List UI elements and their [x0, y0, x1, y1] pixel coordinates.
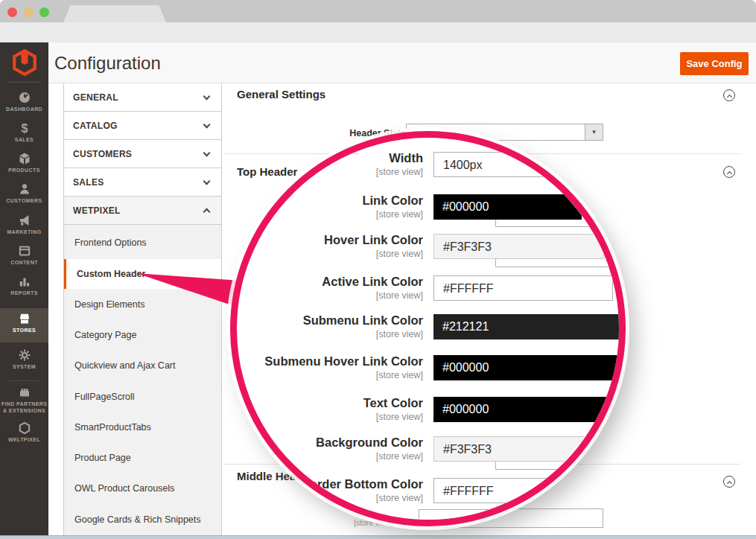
- save-config-button[interactable]: Save Config: [680, 52, 749, 75]
- sidebar-item-customers[interactable]: CUSTOMERS: [0, 182, 48, 214]
- content-icon: [18, 244, 31, 258]
- subnav-item-label: Quickview and Ajax Cart: [74, 360, 175, 371]
- magnified-field-input[interactable]: #FFFFFF: [433, 478, 606, 503]
- subnav-item-fullpagescroll[interactable]: FullPageScroll: [64, 382, 221, 412]
- collapse-icon-general-settings[interactable]: [723, 89, 735, 101]
- subnav-item-product-page[interactable]: Product Page: [64, 443, 221, 473]
- field-label: Link Color: [237, 193, 423, 208]
- sidebar-item-partners[interactable]: FIND PARTNERS & EXTENSIONS: [0, 386, 48, 417]
- subnav-item-label: OWL Product Carousels: [74, 483, 174, 494]
- field-label: Submenu Link Color: [237, 313, 423, 328]
- sidebar-item-label: DASHBOARD: [0, 106, 48, 113]
- sidebar-item-label: SALES: [0, 137, 48, 144]
- section-title-top-header: Top Header: [237, 165, 297, 178]
- magnified-field-input[interactable]: 1400px: [433, 152, 561, 177]
- subnav-item-owl-product-carousels[interactable]: OWL Product Carousels: [64, 473, 221, 503]
- sidebar-item-reports[interactable]: REPORTS: [0, 275, 48, 306]
- magnified-field-label: Submenu Hover Link Color[store view]: [237, 354, 423, 380]
- magnified-field-label: Link Color[store view]: [237, 193, 423, 220]
- magnified-field-input[interactable]: #000000: [433, 355, 622, 380]
- field-scope: [store view]: [237, 249, 423, 259]
- subnav-item-frontend-options[interactable]: Frontend Options: [64, 228, 221, 258]
- subnav-item-label: Google Cards & Rich Snippets: [74, 514, 201, 525]
- collapse-icon-middle-header[interactable]: [723, 476, 735, 488]
- browser-tab[interactable]: [63, 5, 166, 22]
- chevron-down-icon: [203, 150, 211, 157]
- sidebar-item-dashboard[interactable]: DASHBOARD: [0, 91, 48, 122]
- sidebar-divider: [9, 380, 39, 381]
- sidebar-item-label: CONTENT: [0, 260, 48, 267]
- magento-logo[interactable]: [0, 46, 48, 79]
- sidebar-item-label: STORES: [0, 328, 48, 334]
- subnav-item-label: FullPageScroll: [74, 392, 135, 402]
- subnav-item-label: SmartProductTabs: [74, 422, 151, 433]
- sidebar-item-label: WELTPIXEL: [0, 437, 48, 444]
- sidebar-item-stores[interactable]: STORES: [0, 308, 48, 342]
- field-label: Background Color: [237, 435, 423, 450]
- field-label: Active Link Color: [237, 274, 423, 290]
- svg-text:$: $: [21, 122, 28, 135]
- magnified-field-input[interactable]: #F3F3F3: [433, 234, 604, 259]
- customers-icon: [18, 182, 31, 196]
- sidebar-item-label: REPORTS: [0, 290, 48, 297]
- config-section-wetpixel[interactable]: WETPIXEL: [64, 197, 221, 225]
- minimize-window-button[interactable]: [24, 7, 34, 17]
- magnified-field-input[interactable]: #F3F3F3: [433, 436, 612, 462]
- weltpixel-icon: [18, 421, 31, 435]
- section-title-general-settings: General Settings: [237, 88, 325, 101]
- field-label: Submenu Hover Link Color: [237, 354, 423, 369]
- config-section-label: WETPIXEL: [73, 205, 121, 216]
- sidebar-divider: [7, 82, 41, 83]
- field-scope: [store view]: [237, 209, 423, 220]
- chevron-down-icon: [203, 93, 211, 101]
- chevron-down-icon: [203, 121, 211, 129]
- sidebar-item-weltpixel[interactable]: WELTPIXEL: [0, 421, 48, 453]
- sales-icon: $: [18, 121, 31, 135]
- magnified-field-label: Submenu Link Color[store view]: [237, 313, 423, 339]
- magnified-field-input[interactable]: #000000: [433, 194, 582, 220]
- field-label: Hover Link Color: [237, 232, 423, 248]
- collapse-icon-top-header[interactable]: [723, 166, 735, 178]
- browser-window: DASHBOARD$SALESPRODUCTSCUSTOMERSMARKETIN…: [0, 0, 756, 539]
- sidebar-item-content[interactable]: CONTENT: [0, 244, 48, 275]
- subnav-item-label: Frontend Options: [74, 237, 147, 248]
- config-section-customers[interactable]: CUSTOMERS: [64, 140, 221, 168]
- bottom-field-scope: [store view]: [244, 518, 393, 527]
- sidebar-item-system[interactable]: SYSTEM: [0, 348, 48, 380]
- field-label: Text Color: [237, 395, 423, 411]
- field-scope: [store view]: [237, 412, 423, 422]
- subnav-item-category-page[interactable]: Category Page: [64, 320, 221, 350]
- chevron-down-icon: [203, 178, 211, 185]
- magnified-field-input[interactable]: #212121: [433, 314, 622, 339]
- browser-toolbar: [0, 22, 756, 42]
- config-section-label: CUSTOMERS: [73, 149, 132, 159]
- system-icon: [18, 348, 31, 362]
- subnav-item-smartproducttabs[interactable]: SmartProductTabs: [64, 412, 221, 442]
- config-section-sales[interactable]: SALES: [64, 168, 221, 197]
- dashboard-icon: [18, 91, 31, 104]
- window-bottom-edge: [0, 535, 756, 539]
- chevron-up-icon: [203, 208, 211, 216]
- field-scope: [store view]: [237, 493, 423, 503]
- sidebar-item-label: MARKETING: [0, 229, 48, 236]
- magento-logo-icon: [13, 49, 36, 76]
- chevron-down-icon[interactable]: ▾: [585, 124, 603, 140]
- sidebar-item-marketing[interactable]: MARKETING: [0, 214, 48, 245]
- sidebar-item-products[interactable]: PRODUCTS: [0, 152, 48, 183]
- sidebar-item-label: PRODUCTS: [0, 168, 48, 174]
- reports-icon: [18, 275, 31, 288]
- subnav-item-google-cards-rich-snippets[interactable]: Google Cards & Rich Snippets: [64, 505, 221, 535]
- config-section-label: GENERAL: [73, 92, 118, 103]
- sidebar-item-sales[interactable]: $SALES: [0, 121, 48, 153]
- config-section-general[interactable]: GENERAL: [64, 83, 221, 112]
- sidebar-item-label: CUSTOMERS: [0, 198, 48, 205]
- zoom-window-button[interactable]: [39, 7, 49, 17]
- subnav-item-quickview-and-ajax-cart[interactable]: Quickview and Ajax Cart: [64, 351, 221, 380]
- magnified-field-input[interactable]: #000000: [433, 397, 608, 422]
- config-section-catalog[interactable]: CATALOG: [64, 112, 221, 140]
- close-window-button[interactable]: [7, 7, 17, 17]
- sidebar-item-label: SYSTEM: [0, 364, 48, 371]
- magnified-field-label: Hover Link Color[store view]: [237, 232, 423, 259]
- magnified-field-input[interactable]: #FFFFFF: [433, 275, 613, 301]
- field-scope: [store view]: [237, 370, 423, 380]
